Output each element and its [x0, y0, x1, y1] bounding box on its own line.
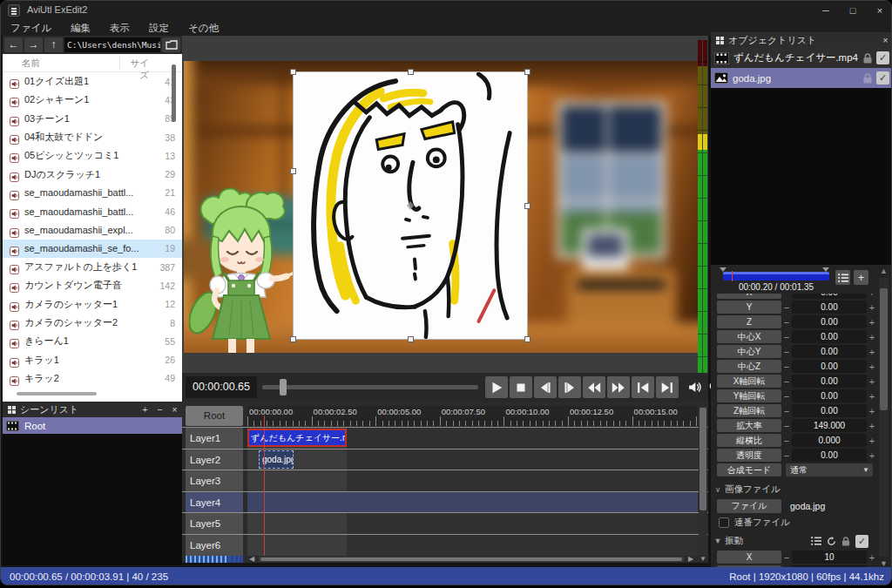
rewind-button[interactable] [583, 376, 605, 398]
layer-name[interactable]: Layer2 [186, 449, 243, 470]
file-row[interactable]: se_maoudamashii_se_fo...19 [3, 240, 182, 258]
path-input[interactable]: C:\Users\densh\Music\ [64, 37, 160, 52]
layer-track[interactable] [247, 535, 698, 556]
file-list-vertical-scrollbar[interactable] [172, 64, 176, 122]
property-label-button[interactable]: Y [717, 301, 781, 314]
column-header-name[interactable]: 名前 [22, 57, 40, 70]
blend-mode-dropdown[interactable]: 通常▼ [786, 463, 873, 476]
close-button[interactable]: × [867, 1, 892, 20]
property-label-button[interactable]: 中心Z [717, 360, 781, 373]
object-row-image[interactable]: goda.jpg ✓ [711, 68, 892, 88]
property-value-field[interactable]: 0.00 [792, 330, 867, 343]
layer-track[interactable] [247, 492, 698, 513]
stop-button[interactable] [510, 376, 532, 398]
increment-button[interactable]: + [867, 332, 875, 342]
property-value-field[interactable]: 0.00 [792, 375, 867, 388]
prev-frame-button[interactable] [534, 376, 557, 398]
layer-track[interactable] [247, 470, 698, 491]
layer-name[interactable]: Layer6 [186, 535, 243, 556]
increment-button[interactable]: + [867, 376, 875, 387]
decrement-button[interactable]: − [781, 376, 792, 387]
property-value-field[interactable]: 149.000 [792, 419, 867, 432]
increment-button[interactable]: + [867, 362, 875, 372]
decrement-button[interactable]: − [781, 421, 792, 431]
file-row[interactable]: se_maoudamashii_expl...80 [3, 220, 182, 239]
file-row[interactable]: 03チーン185 [3, 110, 182, 128]
increment-button[interactable]: + [867, 302, 875, 313]
scroll-left-arrow[interactable]: ◀ [247, 555, 257, 563]
increment-button[interactable]: + [867, 421, 875, 431]
file-row[interactable]: 05ビシッとツッコミ113 [3, 146, 182, 165]
speaker-button[interactable] [684, 376, 705, 398]
resize-handle-mid-left[interactable] [290, 168, 296, 174]
decrement-button[interactable]: − [781, 552, 792, 563]
layer-name[interactable]: Layer5 [186, 513, 243, 534]
menu-item-1[interactable]: 編集 [61, 22, 100, 35]
timeline-ruler[interactable]: 00:00:00.0000:00:02.5000:00:05.0000:00:0… [247, 406, 698, 426]
decrement-button[interactable]: − [781, 436, 792, 446]
image-file-section-header[interactable]: ∨画像ファイル [711, 483, 875, 496]
property-value-field[interactable]: 0.00 [792, 449, 867, 462]
property-label-button[interactable]: X軸回転 [717, 375, 781, 388]
list-icon[interactable] [811, 537, 821, 545]
video-canvas[interactable] [184, 61, 698, 353]
property-list-button[interactable] [835, 270, 850, 285]
file-row[interactable]: カメラのシャッター28 [3, 314, 182, 332]
increment-button[interactable]: + [867, 552, 875, 563]
file-row[interactable]: キラッ126 [3, 350, 182, 368]
next-frame-button[interactable] [558, 376, 581, 398]
layer-track[interactable] [247, 449, 698, 470]
close-object-list-button[interactable]: × [878, 35, 892, 45]
decrement-button[interactable]: − [781, 317, 792, 328]
layer-name[interactable]: Layer3 [186, 470, 243, 491]
resize-handle-bottom-right[interactable] [524, 336, 530, 342]
blend-mode-label-button[interactable]: 合成モード [717, 463, 781, 476]
increment-button[interactable]: + [867, 450, 875, 461]
property-label-button[interactable]: Z [717, 315, 781, 328]
scroll-up-arrow[interactable]: ▲ [878, 267, 889, 275]
increment-button[interactable]: + [867, 406, 875, 416]
minimize-button[interactable]: ─ [813, 1, 839, 20]
menu-item-2[interactable]: 表示 [100, 22, 139, 35]
visibility-checkbox[interactable]: ✓ [876, 51, 889, 64]
decrement-button[interactable]: − [781, 450, 792, 461]
add-effect-button[interactable]: + [854, 270, 868, 285]
file-list-horizontal-scrollbar[interactable] [17, 392, 97, 395]
file-row[interactable]: カウントダウン電子音142 [3, 276, 182, 294]
menu-item-3[interactable]: 設定 [139, 22, 179, 35]
seek-bar[interactable] [262, 385, 478, 389]
forward-button[interactable]: → [24, 37, 43, 52]
layer-row-5[interactable]: Layer5 [182, 512, 708, 534]
property-label-button[interactable]: X [717, 294, 781, 299]
layer-name[interactable]: Layer4 [186, 492, 243, 513]
decrement-button[interactable]: − [781, 347, 792, 357]
timeline-scene-tab-root[interactable]: Root [186, 406, 243, 426]
property-value-field[interactable]: 0.00 [792, 360, 867, 373]
property-label-button[interactable]: 中心X [717, 330, 781, 343]
remove-scene-button[interactable]: − [152, 404, 167, 415]
file-row[interactable]: キラッ249 [3, 369, 182, 388]
visibility-checkbox[interactable]: ✓ [876, 71, 889, 84]
timeline-zoom-gauge[interactable] [186, 556, 243, 563]
property-value-field[interactable]: 0.000 [792, 434, 867, 447]
resize-handle-top-mid[interactable] [408, 69, 414, 75]
file-select-button[interactable]: ファイル [717, 499, 781, 513]
property-label-button[interactable]: 縦横比 [717, 434, 781, 447]
fast-forward-button[interactable] [607, 376, 630, 398]
increment-button[interactable]: + [867, 347, 875, 357]
decrement-button[interactable]: − [781, 332, 792, 342]
selected-image-object-goda[interactable] [293, 71, 528, 340]
open-folder-button[interactable] [162, 37, 180, 52]
timeline-clip-video[interactable]: ずんだもんチェイサー.mp4 [247, 429, 347, 447]
seek-bar-thumb[interactable] [280, 379, 287, 395]
property-label-button[interactable]: X [717, 551, 781, 564]
resize-handle-top-left[interactable] [290, 69, 296, 75]
to-end-button[interactable] [656, 376, 679, 398]
layer-track[interactable] [247, 513, 698, 534]
lock-icon[interactable] [841, 537, 850, 546]
resize-handle-top-right[interactable] [524, 69, 530, 75]
property-label-button[interactable]: Z軸回転 [717, 404, 781, 417]
add-scene-button[interactable]: + [138, 404, 152, 415]
increment-button[interactable]: + [867, 391, 875, 402]
timeline-horizontal-scrollbar[interactable] [259, 557, 684, 562]
